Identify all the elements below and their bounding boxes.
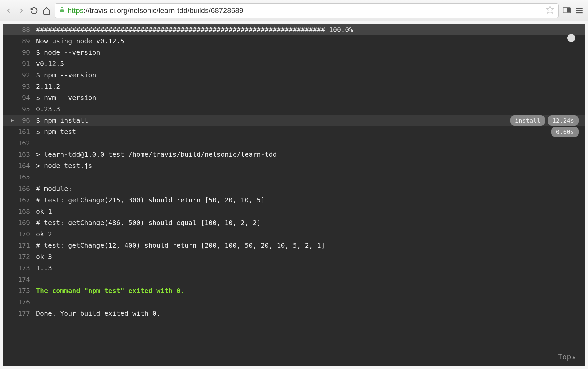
line-number: 167	[3, 195, 36, 205]
log-line: 167# test: getChange(215, 300) should re…	[3, 194, 585, 206]
log-line: 90$ node --version	[3, 47, 585, 58]
forward-button[interactable]	[17, 6, 26, 15]
line-content: $ npm --version	[36, 70, 585, 80]
log-line: 91v0.12.5	[3, 58, 585, 69]
line-content: v0.12.5	[36, 59, 585, 69]
line-content: 1..3	[36, 263, 585, 273]
log-line: 170ok 2	[3, 228, 585, 240]
line-number: 90	[3, 47, 36, 57]
log-line: 168ok 1	[3, 206, 585, 217]
line-content: $ nvm --version	[36, 93, 585, 103]
line-number: 175	[3, 286, 36, 296]
log-line: 161$ npm test0.60s	[3, 126, 585, 137]
log-line: 92$ npm --version	[3, 69, 585, 81]
log-line: 88######################################…	[3, 24, 585, 35]
log-line: 950.23.3	[3, 103, 585, 115]
cast-icon[interactable]	[562, 6, 571, 15]
line-content: ok 3	[36, 252, 585, 262]
duration-badge: 12.24s	[548, 115, 579, 126]
line-number: 92	[3, 70, 36, 80]
lock-icon	[59, 7, 65, 14]
line-content: 2.11.2	[36, 81, 585, 91]
line-number: 177	[3, 308, 36, 318]
line-content: $ npm install	[36, 115, 585, 125]
log-line: 163> learn-tdd@1.0.0 test /home/travis/b…	[3, 149, 585, 160]
line-content: # test: getChange(12, 400) should return…	[36, 240, 585, 250]
line-content: $ node --version	[36, 47, 585, 57]
browser-toolbar: https://travis-ci.org/nelsonic/learn-tdd…	[0, 0, 588, 21]
log-line: 176	[3, 296, 585, 308]
line-number: 176	[3, 297, 36, 307]
scroll-indicator-icon	[567, 34, 575, 42]
line-content: # test: getChange(486, 500) should equal…	[36, 218, 585, 228]
log-line: ▶96$ npm installinstall12.24s	[3, 115, 585, 126]
line-number: 88	[3, 25, 36, 35]
line-number: 163	[3, 149, 36, 159]
line-content: Done. Your build exited with 0.	[36, 308, 585, 318]
line-content: # module:	[36, 183, 585, 194]
svg-marker-1	[546, 6, 554, 13]
line-number: 174	[3, 274, 36, 284]
fold-arrow-icon[interactable]: ▶	[11, 116, 14, 124]
line-number: 173	[3, 263, 36, 273]
log-line: 164> node test.js	[3, 160, 585, 171]
line-content: ########################################…	[36, 25, 585, 35]
line-number: 161	[3, 127, 36, 137]
bookmark-star-icon[interactable]	[546, 5, 554, 16]
line-number: 171	[3, 240, 36, 250]
url-text: https://travis-ci.org/nelsonic/learn-tdd…	[68, 6, 543, 15]
hamburger-menu-icon[interactable]	[575, 6, 584, 15]
reload-button[interactable]	[29, 6, 39, 15]
caret-up-icon: ▲	[573, 353, 575, 360]
line-number: 169	[3, 218, 36, 228]
line-number: 162	[3, 138, 36, 148]
log-line: 171# test: getChange(12, 400) should ret…	[3, 240, 585, 251]
log-line: 89Now using node v0.12.5	[3, 35, 585, 47]
line-content: > node test.js	[36, 161, 585, 171]
line-badges: 0.60s	[551, 127, 579, 137]
log-line: 169# test: getChange(486, 500) should eq…	[3, 217, 585, 228]
duration-badge: 0.60s	[551, 127, 579, 137]
log-line: 1731..3	[3, 262, 585, 274]
line-content: ok 1	[36, 206, 585, 216]
log-line: 165	[3, 171, 585, 183]
log-line: 174	[3, 274, 585, 285]
line-content: # test: getChange(215, 300) should retur…	[36, 195, 585, 205]
line-number: 89	[3, 36, 36, 46]
line-number: 166	[3, 183, 36, 194]
line-number: 172	[3, 252, 36, 262]
line-content: > learn-tdd@1.0.0 test /home/travis/buil…	[36, 149, 585, 159]
line-number: 95	[3, 104, 36, 114]
line-badges: install12.24s	[510, 115, 579, 126]
line-content: Now using node v0.12.5	[36, 36, 585, 46]
fold-label-badge: install	[510, 115, 545, 126]
svg-rect-3	[567, 8, 570, 12]
line-number: 165	[3, 172, 36, 182]
log-line: 166# module:	[3, 183, 585, 194]
line-number: 164	[3, 161, 36, 171]
line-number: 93	[3, 81, 36, 91]
log-line: 172ok 3	[3, 251, 585, 262]
log-line: 94$ nvm --version	[3, 92, 585, 103]
line-number: 96	[3, 115, 36, 125]
line-content: The command "npm test" exited with 0.	[36, 286, 585, 296]
log-line: 932.11.2	[3, 81, 585, 92]
line-content: ok 2	[36, 229, 585, 239]
line-number: 94	[3, 93, 36, 103]
back-button[interactable]	[4, 6, 13, 15]
svg-rect-0	[60, 9, 64, 12]
url-bar[interactable]: https://travis-ci.org/nelsonic/learn-tdd…	[55, 3, 559, 18]
line-number: 168	[3, 206, 36, 216]
line-content: 0.23.3	[36, 104, 585, 114]
line-content: $ npm test	[36, 127, 585, 137]
scroll-to-top-button[interactable]: Top ▲	[558, 351, 575, 362]
build-log[interactable]: 88######################################…	[3, 24, 585, 366]
line-number: 91	[3, 59, 36, 69]
log-line: 175The command "npm test" exited with 0.	[3, 285, 585, 296]
line-number: 170	[3, 229, 36, 239]
log-line: 162	[3, 137, 585, 149]
home-button[interactable]	[42, 6, 51, 15]
log-line: 177Done. Your build exited with 0.	[3, 308, 585, 319]
